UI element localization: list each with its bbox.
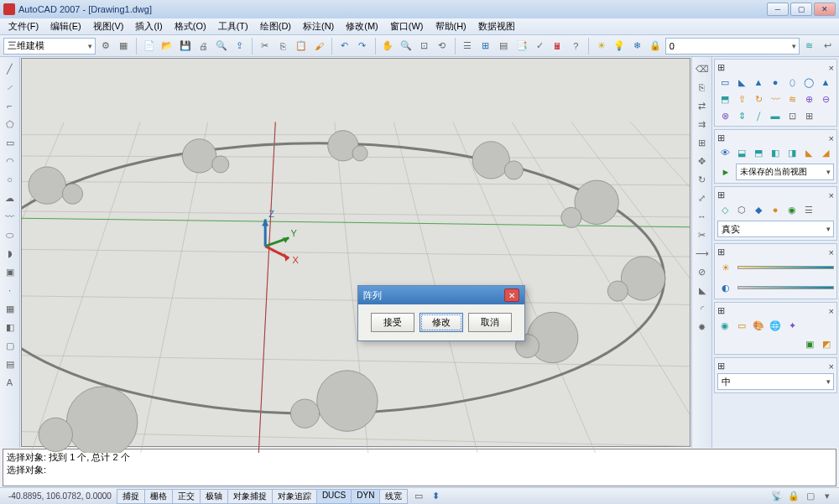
help-icon[interactable]: ? bbox=[567, 38, 583, 55]
polyline-icon[interactable]: ⌐ bbox=[2, 97, 18, 114]
workspace-combo[interactable]: 三维建模 bbox=[3, 38, 96, 55]
command-line[interactable]: 选择对象: 找到 1 个, 总计 2 个 选择对象: bbox=[3, 449, 836, 486]
menu-插入i[interactable]: 插入(I) bbox=[130, 18, 167, 34]
view-go-icon[interactable]: ► bbox=[717, 164, 734, 180]
drawing-canvas[interactable]: X Y Z bbox=[22, 59, 690, 453]
coordinates-readout[interactable]: -40.8895, 106.0782, 0.0000 bbox=[3, 491, 117, 501]
tray-settings-icon[interactable]: ▾ bbox=[819, 488, 836, 505]
light-slider-2[interactable] bbox=[737, 286, 834, 289]
light-point-icon[interactable]: ☀ bbox=[717, 259, 734, 276]
fillet-icon[interactable]: ◜ bbox=[694, 300, 711, 317]
viewport[interactable]: X Y Z 阵列 ✕ 接受 修改 取消 bbox=[21, 58, 690, 447]
sun-icon[interactable]: ☀ bbox=[593, 38, 609, 55]
adv-render-icon[interactable]: ✦ bbox=[784, 318, 800, 333]
spline-icon[interactable]: 〰 bbox=[2, 208, 18, 225]
revcloud-icon[interactable]: ☁ bbox=[2, 190, 18, 206]
cancel-button[interactable]: 取消 bbox=[468, 313, 512, 332]
status-DYN[interactable]: DYN bbox=[351, 489, 380, 504]
status-捕捉[interactable]: 捕捉 bbox=[117, 489, 145, 504]
markup-icon[interactable]: ✓ bbox=[532, 38, 548, 55]
menu-窗口w[interactable]: 窗口(W) bbox=[385, 18, 429, 34]
line-icon[interactable]: ╱ bbox=[2, 60, 18, 77]
status-对象追踪[interactable]: 对象追踪 bbox=[272, 489, 317, 504]
block-icon[interactable]: ▣ bbox=[2, 263, 18, 280]
region-icon[interactable]: ▢ bbox=[2, 337, 18, 354]
wedge-icon[interactable]: ◣ bbox=[734, 75, 749, 90]
menu-编辑e[interactable]: 编辑(E) bbox=[45, 18, 86, 34]
lock-icon[interactable]: 🔒 bbox=[647, 38, 663, 55]
render-region-icon[interactable]: ▣ bbox=[802, 336, 817, 351]
vs-manage-icon[interactable]: ☰ bbox=[801, 202, 816, 217]
status-栅格[interactable]: 栅格 bbox=[144, 489, 173, 504]
visual-style-combo[interactable]: 真实 bbox=[717, 221, 834, 237]
menu-数据视图[interactable]: 数据视图 bbox=[473, 18, 520, 34]
accept-button[interactable]: 接受 bbox=[371, 313, 414, 332]
modify-button[interactable]: 修改 bbox=[420, 313, 463, 332]
render-env-icon[interactable]: 🌐 bbox=[768, 318, 783, 333]
ellipse-arc-icon[interactable]: ◗ bbox=[2, 245, 18, 262]
unit-combo[interactable]: 中 bbox=[717, 373, 834, 390]
hatch-icon[interactable]: ▦ bbox=[2, 300, 18, 317]
freeze-icon[interactable]: ❄ bbox=[629, 38, 645, 55]
qcalc-icon[interactable]: 🖩 bbox=[550, 38, 565, 55]
text-icon[interactable]: A bbox=[2, 374, 18, 391]
close-button[interactable]: ✕ bbox=[814, 3, 836, 16]
chamfer-icon[interactable]: ◣ bbox=[694, 282, 711, 299]
undo-icon[interactable]: ↶ bbox=[336, 38, 352, 55]
save-icon[interactable]: 💾 bbox=[177, 38, 193, 55]
menu-工具t[interactable]: 工具(T) bbox=[213, 18, 253, 34]
named-views-icon[interactable]: 👁 bbox=[717, 145, 732, 160]
minimize-button[interactable]: ─ bbox=[767, 3, 789, 16]
tray-lock-icon[interactable]: 🔒 bbox=[785, 488, 802, 505]
layer-previous-icon[interactable]: ↩ bbox=[819, 38, 835, 55]
status-DUCS[interactable]: DUCS bbox=[316, 489, 352, 504]
sw-iso-icon[interactable]: ◣ bbox=[801, 145, 816, 160]
stretch-icon[interactable]: ↔ bbox=[694, 208, 711, 225]
palette-close-icon[interactable]: × bbox=[829, 247, 834, 257]
maximize-button[interactable]: ▢ bbox=[790, 3, 812, 16]
circle-icon[interactable]: ○ bbox=[2, 171, 18, 188]
gradient-icon[interactable]: ◧ bbox=[2, 319, 18, 335]
polygon-icon[interactable]: ⬠ bbox=[2, 116, 18, 132]
extend-icon[interactable]: ⟶ bbox=[694, 245, 711, 262]
box-icon[interactable]: ▭ bbox=[717, 75, 732, 90]
bottom-view-icon[interactable]: ⬒ bbox=[751, 145, 766, 160]
torus-icon[interactable]: ◯ bbox=[801, 75, 816, 90]
move-icon[interactable]: ✥ bbox=[694, 153, 711, 169]
palette-grip-icon[interactable]: ⊞ bbox=[717, 247, 725, 257]
sheet-set-icon[interactable]: 📑 bbox=[513, 38, 529, 55]
presspull-icon[interactable]: ⇕ bbox=[734, 108, 749, 123]
clean-screen-icon[interactable]: ▢ bbox=[802, 488, 819, 505]
imprint-icon[interactable]: ⊡ bbox=[784, 108, 800, 123]
vs-3dwire-icon[interactable]: ⬡ bbox=[734, 202, 749, 217]
top-view-icon[interactable]: ⬓ bbox=[734, 145, 749, 160]
zoom-window-icon[interactable]: ⊡ bbox=[416, 38, 432, 55]
union-icon[interactable]: ⊕ bbox=[801, 91, 816, 107]
subtract-icon[interactable]: ⊖ bbox=[818, 91, 833, 107]
ellipse-icon[interactable]: ⬭ bbox=[2, 226, 18, 243]
sweep-icon[interactable]: 〰 bbox=[768, 91, 783, 107]
properties-icon[interactable]: ☰ bbox=[460, 38, 476, 55]
zoom-previous-icon[interactable]: ⟲ bbox=[434, 38, 450, 55]
palette-grip-icon[interactable]: ⊞ bbox=[717, 305, 725, 316]
rotate-icon[interactable]: ↻ bbox=[694, 171, 711, 188]
menu-文件f[interactable]: 文件(F) bbox=[3, 18, 44, 34]
left-view-icon[interactable]: ◧ bbox=[768, 145, 783, 160]
explode-icon[interactable]: ✸ bbox=[694, 319, 711, 335]
erase-icon[interactable]: ⌫ bbox=[694, 60, 711, 77]
cut-icon[interactable]: ✂ bbox=[257, 38, 273, 55]
thicken-icon[interactable]: ▬ bbox=[768, 108, 783, 123]
mirror-icon[interactable]: ⇄ bbox=[694, 97, 711, 114]
trim-icon[interactable]: ✂ bbox=[694, 226, 711, 243]
polysolid-icon[interactable]: ⬒ bbox=[717, 91, 732, 107]
menu-修改m[interactable]: 修改(M) bbox=[341, 18, 383, 34]
comm-center-icon[interactable]: 📡 bbox=[769, 488, 785, 505]
offset-icon[interactable]: ⇉ bbox=[694, 116, 711, 132]
sphere-icon[interactable]: ● bbox=[768, 75, 783, 90]
palette-grip-icon[interactable]: ⊞ bbox=[717, 361, 725, 372]
light-dist-icon[interactable]: ◐ bbox=[717, 279, 734, 296]
array-icon[interactable]: ⊞ bbox=[694, 134, 711, 151]
palette-close-icon[interactable]: × bbox=[829, 306, 834, 316]
se-iso-icon[interactable]: ◢ bbox=[818, 145, 833, 160]
vs-2dwire-icon[interactable]: ◇ bbox=[717, 202, 732, 217]
